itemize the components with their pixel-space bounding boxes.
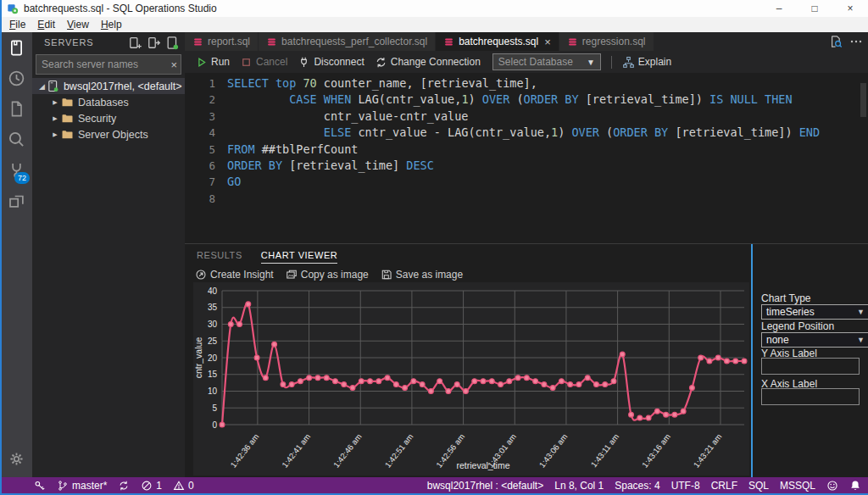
activity-source-control-icon[interactable]: 72 xyxy=(0,154,32,185)
code-line[interactable]: 2 CASE WHEN LAG(cntr_value,1) OVER (ORDE… xyxy=(185,92,868,108)
code-editor[interactable]: 1SELECT top 70 counter_name, [retrieval_… xyxy=(185,73,868,243)
select-database-dropdown[interactable]: Select Database▼ xyxy=(492,53,601,70)
menu-view[interactable]: View xyxy=(61,19,95,31)
explain-button[interactable]: Explain xyxy=(622,56,671,69)
panel-sash[interactable] xyxy=(751,244,753,478)
line-number: 5 xyxy=(185,142,223,158)
code-text: FROM ##tblPerfCount xyxy=(227,142,358,158)
cancel-button[interactable]: Cancel xyxy=(240,56,287,69)
status-crlf[interactable]: CRLF xyxy=(711,480,737,492)
menu-edit[interactable]: Edit xyxy=(31,19,61,31)
tab-label: regression.sql xyxy=(582,36,646,47)
editor-group: report.sqlbatchrequests_perf_collector.s… xyxy=(185,32,868,477)
status-smiley-icon[interactable] xyxy=(826,480,838,492)
folder-icon xyxy=(61,128,74,141)
chart-data-point xyxy=(220,422,225,427)
expand-icon[interactable]: ▶ xyxy=(51,99,59,106)
chart-data-point xyxy=(533,379,538,384)
expand-icon[interactable]: ▶ xyxy=(51,115,59,122)
code-line[interactable]: 3 cntr_value-cntr_value xyxy=(185,108,868,125)
chart-type-select[interactable]: timeSeries▼ xyxy=(761,304,868,320)
tab-report.sql[interactable]: report.sql xyxy=(185,32,259,51)
new-server-group-icon[interactable] xyxy=(147,36,161,50)
tree-item-databases[interactable]: ▶Databases xyxy=(32,94,185,110)
run-button[interactable]: Run xyxy=(195,56,230,69)
status-ln-8-col-1[interactable]: Ln 8, Col 1 xyxy=(554,480,604,492)
tab-regression.sql[interactable]: regression.sql xyxy=(559,32,654,51)
expand-icon[interactable]: ▶ xyxy=(51,131,59,138)
tree-item-server-objects[interactable]: ▶Server Objects xyxy=(32,126,185,142)
tab-batchrequests.sql[interactable]: batchrequests.sql× xyxy=(436,32,559,51)
status-bwsql2017rhel-default[interactable]: bwsql2017rhel : <default> xyxy=(427,480,543,492)
activity-search-icon[interactable] xyxy=(0,124,32,154)
more-actions-icon[interactable] xyxy=(849,35,863,48)
run-icon xyxy=(195,56,208,69)
status-utf-8[interactable]: UTF-8 xyxy=(671,480,700,492)
maximize-button[interactable]: □ xyxy=(797,0,832,17)
collapse-icon[interactable]: ◢ xyxy=(39,82,45,91)
activity-explorer-icon[interactable] xyxy=(0,93,32,124)
server-search-box: × xyxy=(36,54,181,75)
tab-label: batchrequests.sql xyxy=(459,36,538,47)
legend-position-select[interactable]: none▼ xyxy=(761,332,868,348)
status-key-icon[interactable] xyxy=(34,480,46,492)
activity-extensions-icon[interactable] xyxy=(0,185,32,215)
status-warning-icon[interactable]: 0 xyxy=(173,480,194,492)
y-axis-label-input[interactable] xyxy=(761,358,860,375)
code-line[interactable]: 7GO xyxy=(185,174,868,190)
status-sync-icon[interactable] xyxy=(118,480,130,492)
chart-data-point xyxy=(672,412,677,417)
tree-item-bwsql2017rhel-default-sa[interactable]: ◢bwsql2017rhel, <default> (sa) xyxy=(32,78,185,94)
code-line[interactable]: 6ORDER BY [retrieval_time] DESC xyxy=(185,158,868,174)
close-tab-icon[interactable]: × xyxy=(544,36,551,47)
code-line[interactable]: 8 xyxy=(185,191,868,207)
activity-settings-gear-icon[interactable] xyxy=(0,443,32,474)
chart-data-point xyxy=(498,382,504,387)
menu-file[interactable]: File xyxy=(3,19,31,31)
preview-icon[interactable] xyxy=(829,35,843,48)
tree-item-security[interactable]: ▶Security xyxy=(32,110,185,126)
editor-scrollbar[interactable] xyxy=(860,83,866,117)
close-button[interactable]: × xyxy=(832,0,868,17)
status-label: UTF-8 xyxy=(671,480,700,492)
active-connections-icon[interactable] xyxy=(165,36,180,50)
status-label: master* xyxy=(72,480,107,492)
code-text: ORDER BY [retrieval_time] DESC xyxy=(227,158,434,174)
x-axis-label-input[interactable] xyxy=(761,388,860,405)
status-sql[interactable]: SQL xyxy=(748,480,769,492)
change-connection-button[interactable]: Change Connection xyxy=(375,56,481,69)
code-line[interactable]: 5FROM ##tblPerfCount xyxy=(185,142,868,158)
status-mssql[interactable]: MSSQL xyxy=(780,480,815,492)
minimize-button[interactable]: – xyxy=(761,0,797,17)
search-input[interactable] xyxy=(40,58,170,71)
status-branch-icon[interactable]: master* xyxy=(57,480,107,492)
window-title: batchrequests.sql - SQL Operations Studi… xyxy=(24,3,217,14)
editor-tab-bar: report.sqlbatchrequests_perf_collector.s… xyxy=(185,32,868,51)
create-insight-button[interactable]: Create Insight xyxy=(195,269,274,281)
disconnect-button[interactable]: Disconnect xyxy=(298,56,364,69)
chart-data-point xyxy=(446,389,451,394)
status-error-icon[interactable]: 1 xyxy=(141,480,162,492)
title-bar: batchrequests.sql - SQL Operations Studi… xyxy=(0,0,868,17)
chart-data-point xyxy=(228,322,233,327)
copy-as-image-button[interactable]: Copy as image xyxy=(286,269,369,281)
panel-tab-results[interactable]: RESULTS xyxy=(197,250,242,264)
code-line[interactable]: 1SELECT top 70 counter_name, [retrieval_… xyxy=(185,75,868,92)
new-connection-icon[interactable] xyxy=(128,36,142,50)
code-line[interactable]: 4 ELSE cntr_value - LAG(cntr_value,1) OV… xyxy=(185,125,868,141)
tab-batchrequests_perf_collector.sql[interactable]: batchrequests_perf_collector.sql xyxy=(259,32,436,51)
panel-tab-chart-viewer[interactable]: CHART VIEWER xyxy=(261,250,338,264)
chart-data-point xyxy=(246,302,251,307)
clear-search-icon[interactable]: × xyxy=(170,58,177,71)
activity-task-history-icon[interactable] xyxy=(0,63,32,93)
status-spaces-4[interactable]: Spaces: 4 xyxy=(615,480,659,492)
status-label: 1 xyxy=(156,480,162,492)
save-as-image-button[interactable]: Save as image xyxy=(381,269,463,281)
svg-text:15: 15 xyxy=(208,370,218,379)
activity-connections-icon[interactable] xyxy=(0,32,32,63)
chart-data-point xyxy=(324,375,329,381)
svg-text:1:42:46 am: 1:42:46 am xyxy=(331,431,364,469)
menu-help[interactable]: Help xyxy=(95,19,128,31)
status-bell-icon[interactable] xyxy=(849,480,861,492)
chart-data-point xyxy=(576,382,581,387)
